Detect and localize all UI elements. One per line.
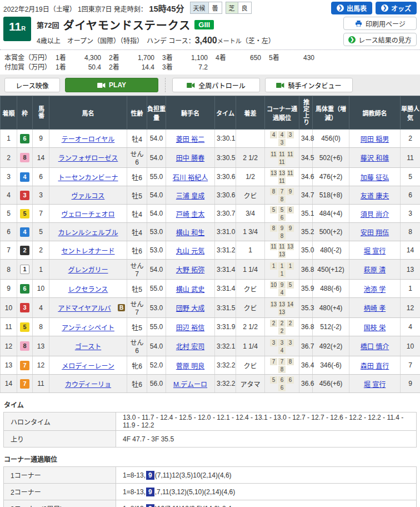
race-video-button[interactable]: レース映像 xyxy=(4,78,60,92)
margin xyxy=(236,130,265,148)
horse-name-link[interactable]: ランフォザローゼス xyxy=(58,155,118,162)
horse-name-link[interactable]: セントレオナード xyxy=(61,247,114,255)
corner-position-box: 4 xyxy=(278,347,286,354)
corner-position-box: 8 xyxy=(278,196,286,203)
column-header-margin: 着差 xyxy=(236,96,265,130)
jockey-link[interactable]: 戸崎 圭太 xyxy=(176,211,204,218)
corner-position-box: 11 xyxy=(278,243,286,250)
horse-number: 7 xyxy=(33,205,49,223)
horse-number: 10 xyxy=(33,280,49,298)
result-guide-button[interactable]: ❯ レース結果の見方 xyxy=(343,33,417,46)
play-label: PLAY xyxy=(109,81,126,89)
horse-weight: 518(+8) xyxy=(313,186,349,205)
finish-position: 7 xyxy=(1,241,17,260)
jockey-cell: 北村 宏司 xyxy=(166,336,215,356)
jockey-cell: 田中 勝春 xyxy=(166,148,215,168)
jockey-link[interactable]: 菅原 明良 xyxy=(176,362,204,370)
jockey-link[interactable]: 菱田 裕二 xyxy=(176,136,204,143)
table-row: 1158アンティシペイト牡555.0田辺 裕信3:31.92 1/2222236… xyxy=(1,318,420,336)
trainer-link[interactable]: 森田 直行 xyxy=(361,362,389,370)
impost-weight: 56.0 xyxy=(147,375,166,393)
play-button[interactable]: PLAY xyxy=(65,78,158,92)
trainer-link[interactable]: 安田 翔伍 xyxy=(361,229,389,237)
frame-badge: 6 xyxy=(20,284,29,294)
trainer-cell: 柄崎 孝 xyxy=(349,298,401,318)
horse-name-link[interactable]: メロディーレーン xyxy=(62,362,114,370)
jockey-link[interactable]: 北村 宏司 xyxy=(176,343,204,351)
arrow-circle-icon: ❯ xyxy=(381,4,388,12)
horse-number: 2 xyxy=(33,241,49,260)
trainer-link[interactable]: 堀 宣行 xyxy=(364,247,386,255)
print-page-button[interactable]: 印刷用ページ xyxy=(343,17,417,30)
trainer-link[interactable]: 加藤 征弘 xyxy=(361,174,389,182)
trainer-link[interactable]: 友道 康夫 xyxy=(361,192,389,200)
horse-name-link[interactable]: グレンガリー xyxy=(68,266,108,274)
row-value: 1=8-13,9(7,11)12(3,5)10(2,14)(4,6) xyxy=(116,467,417,484)
horse-name-link[interactable]: トーセンカンビーナ xyxy=(58,174,118,182)
trainer-cell: 堀 宣行 xyxy=(349,375,401,393)
jockey-link[interactable]: 横山 武史 xyxy=(176,286,204,294)
jockey-link[interactable]: 石川 裕紀人 xyxy=(173,174,208,182)
prize-amount: 1,700 xyxy=(126,54,154,62)
trainer-link[interactable]: 橋口 慎介 xyxy=(361,343,389,351)
column-header-pos: 着順 xyxy=(1,96,17,130)
table-row: 557ヴェローチェオロ牡454.0戸崎 圭太3:30.73/4556635.14… xyxy=(1,205,420,223)
prize-rank: 4着 xyxy=(216,52,232,62)
horse-name-link[interactable]: ゴースト xyxy=(75,343,101,351)
column-header-impost: 負担重量 xyxy=(147,96,166,130)
jockey-cell: 石川 裕紀人 xyxy=(166,168,215,186)
odds-button[interactable]: ❯ オッズ xyxy=(376,2,417,14)
horse-name-cell: トーセンカンビーナ xyxy=(49,168,127,186)
sex-age: せん7 xyxy=(127,260,147,280)
video-camera-icon xyxy=(187,82,195,88)
horse-weight: 346(-6) xyxy=(313,356,349,375)
jockey-link[interactable]: 丸山 元気 xyxy=(176,247,204,255)
column-header-time: タイム xyxy=(215,96,236,130)
jockey-link[interactable]: 横山 和生 xyxy=(176,229,204,237)
race-number-suffix: R xyxy=(21,25,26,32)
jockey-link[interactable]: 団野 大成 xyxy=(176,305,204,312)
trainer-link[interactable]: 藤沢 和雄 xyxy=(361,155,389,162)
horse-name-cell: メロディーレーン xyxy=(49,356,127,375)
corner-position-box: 8 xyxy=(270,188,277,195)
horse-name-link[interactable]: レクセランス xyxy=(68,286,108,294)
trainer-link[interactable]: 柄崎 孝 xyxy=(364,305,386,312)
win-popularity: 1 xyxy=(401,280,420,298)
trainer-link[interactable]: 堀 宣行 xyxy=(364,381,386,389)
jockey-link[interactable]: M.デムーロ xyxy=(173,381,207,389)
corner-position-box: 13 xyxy=(278,301,286,308)
trainer-link[interactable]: 池添 学 xyxy=(364,286,386,294)
jockey-link[interactable]: 田中 勝春 xyxy=(176,155,204,162)
table-row: 13712メロディーレーン牝652.0菅原 明良3:32.2クビ778836.4… xyxy=(1,356,420,375)
horse-name-link[interactable]: ヴァルコス xyxy=(72,192,105,200)
patrol-video-button[interactable]: 全周パトロール xyxy=(172,78,260,92)
frame-badge: 7 xyxy=(20,379,29,389)
result-guide-label: レース結果の見方 xyxy=(358,35,411,44)
course-unit: メートル xyxy=(217,38,242,44)
jockey-link[interactable]: 大野 拓弥 xyxy=(176,266,204,274)
entry-table-label: 出馬表 xyxy=(347,3,367,13)
finish-time: 3:31.4 xyxy=(215,260,236,280)
trainer-link[interactable]: 須貝 尚介 xyxy=(361,211,389,218)
jockey-interview-button[interactable]: 騎手インタビュー xyxy=(265,78,353,92)
corner-positions: 13131111 xyxy=(265,168,299,186)
jockey-cell: M.デムーロ xyxy=(166,375,215,393)
horse-name-link[interactable]: ヴェローチェオロ xyxy=(61,211,114,218)
entry-table-button[interactable]: ❯ 出馬表 xyxy=(331,2,372,14)
win-popularity: 4 xyxy=(401,318,420,336)
jockey-link[interactable]: 三浦 皇成 xyxy=(176,192,204,200)
turf-value: 良 xyxy=(238,2,251,13)
corner-position-box: 4 xyxy=(270,131,277,138)
horse-name-link[interactable]: カウディーリョ xyxy=(65,381,111,389)
win-popularity: 12 xyxy=(401,298,420,318)
jockey-cell: 団野 大成 xyxy=(166,298,215,318)
trainer-link[interactable]: 萩原 清 xyxy=(364,266,386,274)
table-row: 645カレンルシェルブル牡453.0横山 和生3:31.01 3/4899835… xyxy=(1,223,420,241)
jockey-link[interactable]: 田辺 裕信 xyxy=(176,324,204,332)
horse-name-link[interactable]: カレンルシェルブル xyxy=(58,229,118,237)
trainer-link[interactable]: 国枝 栄 xyxy=(364,324,386,332)
horse-name-link[interactable]: テーオーロイヤル xyxy=(62,136,115,143)
trainer-link[interactable]: 岡田 稲男 xyxy=(361,136,389,143)
horse-name-link[interactable]: アンティシペイト xyxy=(62,324,114,332)
horse-name-link[interactable]: アドマイヤアルバ xyxy=(58,305,111,312)
